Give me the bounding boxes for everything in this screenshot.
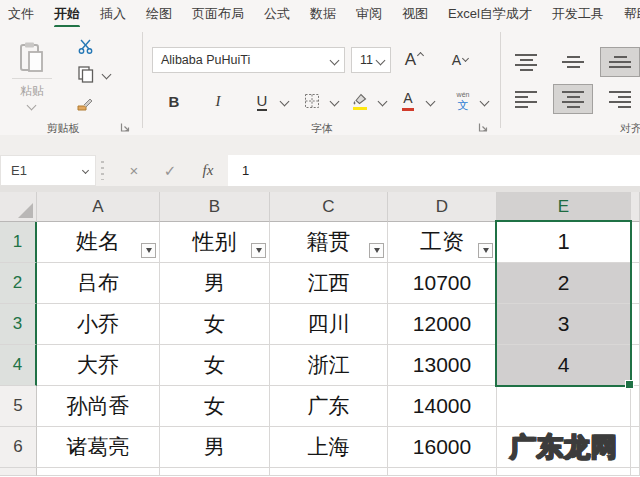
- formula-input[interactable]: 1: [228, 155, 640, 186]
- cell-partial-3[interactable]: [631, 304, 640, 345]
- enter-button[interactable]: ✓: [158, 155, 182, 186]
- row-header-partial[interactable]: [0, 468, 37, 476]
- formula-bar-handle[interactable]: [101, 161, 104, 180]
- cell-partial-row7[interactable]: [631, 468, 640, 476]
- cell-E4[interactable]: 4: [497, 345, 631, 386]
- font-name-combobox[interactable]: Alibaba PuHuiTi: [152, 47, 345, 73]
- fill-color-dropdown-chevron-icon[interactable]: [378, 97, 388, 107]
- cell-partial-row7[interactable]: [160, 468, 270, 476]
- cell-partial-row7[interactable]: [388, 468, 497, 476]
- align-left-button[interactable]: [506, 84, 546, 114]
- cell-D3[interactable]: 12000: [388, 304, 497, 345]
- format-painter-button[interactable]: [74, 93, 96, 115]
- underline-button[interactable]: U: [250, 88, 274, 114]
- cell-A2[interactable]: 吕布: [37, 263, 160, 304]
- tab-home[interactable]: 开始: [54, 5, 80, 23]
- paste-dropdown-chevron-icon[interactable]: [27, 101, 37, 111]
- tab-developer[interactable]: 开发工具: [552, 5, 604, 23]
- font-color-dropdown-chevron-icon[interactable]: [426, 97, 436, 107]
- clipboard-dialog-launcher[interactable]: [120, 122, 131, 133]
- cut-button[interactable]: [74, 35, 96, 57]
- cell-partial-row7[interactable]: [37, 468, 160, 476]
- bottom-align-button[interactable]: [600, 47, 640, 77]
- cell-B6[interactable]: 男: [160, 427, 270, 468]
- filter-button-A1[interactable]: [141, 243, 156, 258]
- font-size-combobox[interactable]: 11: [351, 47, 391, 73]
- font-color-button[interactable]: A: [396, 88, 420, 114]
- align-center-button[interactable]: [553, 84, 593, 114]
- tab-data[interactable]: 数据: [310, 5, 336, 23]
- cell-B2[interactable]: 男: [160, 263, 270, 304]
- select-all-corner[interactable]: [0, 192, 37, 222]
- cell-B1[interactable]: 性别: [160, 222, 270, 263]
- cell-E2[interactable]: 2: [497, 263, 631, 304]
- row-header-4[interactable]: 4: [0, 345, 37, 386]
- phonetic-guide-button[interactable]: wén 文: [450, 88, 476, 114]
- underline-dropdown-chevron-icon[interactable]: [280, 97, 290, 107]
- cell-D6[interactable]: 16000: [388, 427, 497, 468]
- cell-partial-6[interactable]: [631, 427, 640, 468]
- cell-A5[interactable]: 孙尚香: [37, 386, 160, 427]
- cell-A1[interactable]: 姓名: [37, 222, 160, 263]
- cell-B4[interactable]: 女: [160, 345, 270, 386]
- column-header-a[interactable]: A: [37, 192, 160, 222]
- cell-E5[interactable]: [497, 386, 631, 427]
- cell-B5[interactable]: 女: [160, 386, 270, 427]
- cell-C3[interactable]: 四川: [270, 304, 388, 345]
- tab-draw[interactable]: 绘图: [146, 5, 172, 23]
- cancel-button[interactable]: ×: [122, 155, 146, 186]
- name-box[interactable]: E1: [0, 155, 96, 186]
- cell-partial-2[interactable]: [631, 263, 640, 304]
- cell-A3[interactable]: 小乔: [37, 304, 160, 345]
- cell-E3[interactable]: 3: [497, 304, 631, 345]
- cell-partial-5[interactable]: [631, 386, 640, 427]
- name-box-chevron-icon[interactable]: [82, 167, 89, 174]
- font-dialog-launcher[interactable]: [478, 122, 489, 133]
- tab-review[interactable]: 审阅: [356, 5, 382, 23]
- cell-D1[interactable]: 工资: [388, 222, 497, 263]
- cell-B3[interactable]: 女: [160, 304, 270, 345]
- copy-dropdown-chevron-icon[interactable]: [102, 70, 112, 80]
- tab-help[interactable]: 帮助: [624, 5, 640, 23]
- fill-color-button[interactable]: [348, 88, 372, 114]
- cell-C6[interactable]: 上海: [270, 427, 388, 468]
- row-header-6[interactable]: 6: [0, 427, 37, 468]
- bold-button[interactable]: B: [162, 88, 186, 114]
- cell-D2[interactable]: 10700: [388, 263, 497, 304]
- column-header-b[interactable]: B: [160, 192, 270, 222]
- filter-button-B1[interactable]: [251, 243, 266, 258]
- insert-function-button[interactable]: fx: [196, 155, 220, 186]
- cell-C5[interactable]: 广东: [270, 386, 388, 427]
- paste-button[interactable]: [18, 41, 46, 79]
- row-header-2[interactable]: 2: [0, 263, 37, 304]
- chevron-down-icon[interactable]: [330, 55, 340, 65]
- row-header-1[interactable]: 1: [0, 222, 37, 263]
- filter-button-C1[interactable]: [369, 243, 384, 258]
- borders-dropdown-chevron-icon[interactable]: [330, 97, 340, 107]
- cell-partial-row7[interactable]: [270, 468, 388, 476]
- increase-font-size-button[interactable]: A: [398, 47, 430, 73]
- italic-button[interactable]: I: [206, 88, 230, 114]
- align-right-button[interactable]: [600, 84, 640, 114]
- tab-page-layout[interactable]: 页面布局: [192, 5, 244, 23]
- cell-C4[interactable]: 浙江: [270, 345, 388, 386]
- cell-C1[interactable]: 籍贯: [270, 222, 388, 263]
- tab-formulas[interactable]: 公式: [264, 5, 290, 23]
- cell-D5[interactable]: 14000: [388, 386, 497, 427]
- column-header-partial[interactable]: [631, 192, 640, 222]
- cell-C2[interactable]: 江西: [270, 263, 388, 304]
- top-align-button[interactable]: [506, 47, 546, 77]
- column-header-c[interactable]: C: [270, 192, 388, 222]
- cell-D4[interactable]: 13000: [388, 345, 497, 386]
- fill-handle[interactable]: [625, 380, 634, 389]
- phonetic-dropdown-chevron-icon[interactable]: [480, 97, 490, 107]
- tab-excel-self-study[interactable]: Excel自学成才: [448, 5, 532, 23]
- tab-insert[interactable]: 插入: [100, 5, 126, 23]
- row-header-3[interactable]: 3: [0, 304, 37, 345]
- paste-label[interactable]: 粘贴: [8, 83, 56, 100]
- chevron-down-icon[interactable]: [376, 55, 386, 65]
- row-header-5[interactable]: 5: [0, 386, 37, 427]
- tab-file[interactable]: 文件: [8, 5, 34, 23]
- cell-E1[interactable]: 1: [497, 222, 631, 263]
- tab-view[interactable]: 视图: [402, 5, 428, 23]
